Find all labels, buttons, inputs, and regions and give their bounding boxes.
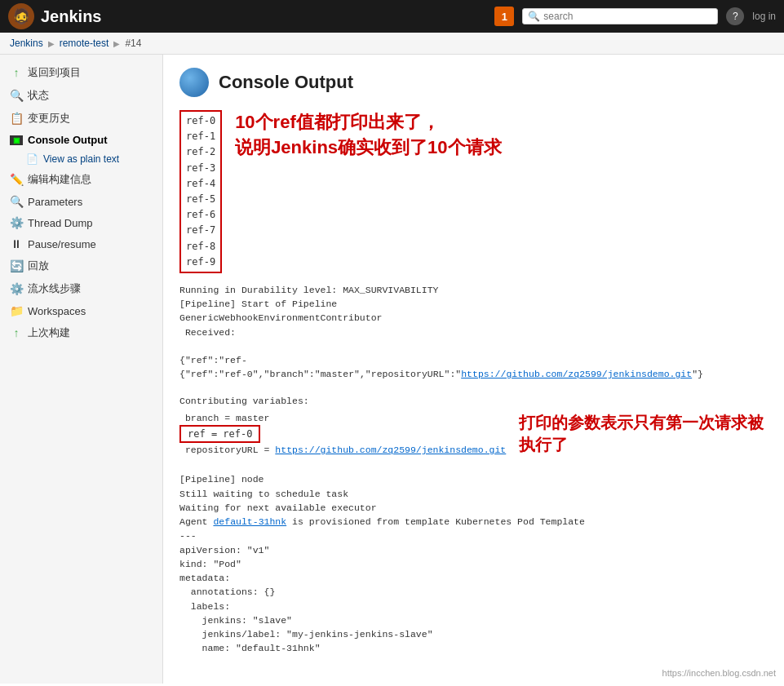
search-container: 🔍 (522, 8, 718, 24)
param-box-wrapper: branch = master ref = ref-0 repositoryUR… (179, 411, 506, 458)
sidebar-item-pause[interactable]: ⏸ Pause/resume (0, 233, 162, 254)
sidebar-item-pause-label: Pause/resume (28, 238, 96, 250)
up-arrow-icon: ↑ (10, 66, 23, 79)
page-header: Console Output (179, 68, 768, 97)
sidebar-item-back-label: 返回到项目 (28, 65, 81, 80)
ref-2: ref-2 (186, 144, 215, 160)
param-section: branch = master ref = ref-0 repositoryUR… (179, 411, 768, 458)
sidebar-item-parameters[interactable]: 🔍 Parameters (0, 191, 162, 212)
annotation-text-2: 打印的参数表示只有第一次请求被执行了 (519, 412, 768, 456)
sidebar-item-changes[interactable]: 📋 变更历史 (0, 107, 162, 130)
sidebar-item-back[interactable]: ↑ 返回到项目 (0, 61, 162, 84)
github-link-2[interactable]: https://github.com/zq2599/jenkinsdemo.gi… (275, 445, 506, 455)
sidebar-item-prev-build[interactable]: ↑ 上次构建 (0, 321, 162, 344)
sidebar-item-edit-build[interactable]: ✏️ 编辑构建信息 (0, 168, 162, 191)
breadcrumb-sep-1: ▶ (48, 39, 55, 48)
ref-9: ref-9 (186, 254, 215, 270)
sidebar-item-params-label: Parameters (28, 196, 82, 208)
sidebar-item-edit-label: 编辑构建信息 (28, 172, 91, 187)
console-icon: ▣ (10, 135, 23, 145)
sidebar: ↑ 返回到项目 🔍 状态 📋 变更历史 ▣ Console Output 📄 V… (0, 55, 163, 684)
ref-5: ref-5 (186, 192, 215, 207)
pencil-icon: ✏️ (10, 173, 23, 186)
ref-1: ref-1 (186, 129, 215, 144)
ref-box: ref-0 ref-1 ref-2 ref-3 ref-4 ref-5 ref-… (179, 110, 222, 273)
help-button[interactable]: ? (726, 7, 744, 25)
page-title: Console Output (219, 72, 353, 93)
pause-icon: ⏸ (10, 237, 23, 250)
brand-logo[interactable]: 🧔 Jenkins (8, 3, 101, 29)
agent-link[interactable]: default-31hnk (213, 516, 286, 527)
breadcrumb-remote-test[interactable]: remote-test (60, 38, 109, 49)
ref-7: ref-7 (186, 223, 215, 238)
sidebar-item-console[interactable]: ▣ Console Output (0, 130, 162, 150)
sidebar-item-replay-label: 回放 (28, 259, 49, 273)
main-layout: ↑ 返回到项目 🔍 状态 📋 变更历史 ▣ Console Output 📄 V… (0, 55, 784, 684)
branch-line: branch = master (179, 411, 506, 425)
console-line-1: Running in Durability level: MAX_SURVIVA… (179, 283, 768, 368)
annotation-line2: 说明Jenkins确实收到了10个请求 (235, 137, 501, 157)
prev-icon: ↑ (10, 326, 23, 339)
ref-param-box: ref = ref-0 (179, 425, 260, 443)
sidebar-item-status[interactable]: 🔍 状态 (0, 84, 162, 107)
breadcrumb-jenkins[interactable]: Jenkins (10, 38, 43, 49)
sidebar-item-thread-label: Thread Dump (28, 217, 92, 229)
annotation-text-1: 10个ref值都打印出来了， 说明Jenkins确实收到了10个请求 (235, 110, 501, 161)
github-link-1[interactable]: https://github.com/zq2599/jenkinsdemo.gi… (461, 369, 692, 379)
ref-3: ref-3 (186, 161, 215, 176)
search-icon-sidebar: 🔍 (10, 89, 23, 102)
search-icon: 🔍 (528, 11, 540, 22)
sidebar-item-status-label: 状态 (28, 88, 49, 103)
replay-icon: 🔄 (10, 259, 23, 272)
pipeline-node: [Pipeline] node Still waiting to schedul… (179, 472, 768, 655)
params-icon: 🔍 (10, 195, 23, 208)
brand-name: Jenkins (41, 7, 101, 26)
sidebar-item-prev-label: 上次构建 (28, 325, 70, 340)
repo-url-line: repositoryURL = https://github.com/zq259… (179, 443, 506, 457)
breadcrumb: Jenkins ▶ remote-test ▶ #14 (0, 33, 784, 55)
annotation-line1: 10个ref值都打印出来了， (235, 112, 440, 132)
sidebar-item-console-label: Console Output (28, 134, 108, 146)
sidebar-item-workspaces-label: Workspaces (28, 305, 86, 317)
sidebar-item-workspaces[interactable]: 📁 Workspaces (0, 300, 162, 321)
page-title-icon (179, 68, 209, 97)
ref-4: ref-4 (186, 176, 215, 192)
console-line-2: {"ref":"ref-0","branch":"master","reposi… (179, 367, 768, 381)
sidebar-item-replay[interactable]: 🔄 回放 (0, 254, 162, 277)
breadcrumb-build-number: #14 (125, 38, 141, 49)
flow-icon: ⚙️ (10, 282, 23, 295)
sidebar-item-thread-dump[interactable]: ⚙️ Thread Dump (0, 212, 162, 233)
sidebar-item-view-plain-label: View as plain text (43, 153, 119, 165)
navbar: 🧔 Jenkins 1 🔍 ? log in (0, 0, 784, 33)
ref-6: ref-6 (186, 207, 215, 223)
main-content: Console Output ref-0 ref-1 ref-2 ref-3 r… (163, 55, 784, 684)
breadcrumb-sep-2: ▶ (113, 39, 120, 48)
sidebar-item-view-plain[interactable]: 📄 View as plain text (0, 150, 162, 168)
ref-8: ref-8 (186, 239, 215, 254)
watermark: https://incchen.blog.csdn.net (662, 668, 776, 678)
contributing-vars-header: Contributing variables: (179, 394, 768, 408)
clipboard-icon: 📋 (10, 112, 23, 125)
sidebar-item-pipeline-label: 流水线步骤 (28, 281, 81, 296)
annotation-block-1: ref-0 ref-1 ref-2 ref-3 ref-4 ref-5 ref-… (179, 110, 768, 273)
doc-icon: 📄 (26, 153, 38, 165)
gear-icon: ⚙️ (10, 216, 23, 229)
sidebar-item-changes-label: 变更历史 (28, 111, 70, 126)
search-input[interactable] (543, 11, 712, 22)
ref-0: ref-0 (186, 113, 215, 129)
notification-badge[interactable]: 1 (494, 7, 514, 26)
jenkins-avatar: 🧔 (8, 3, 34, 29)
folder-icon: 📁 (10, 304, 23, 317)
login-button[interactable]: log in (752, 11, 776, 22)
console-area: Running in Durability level: MAX_SURVIVA… (179, 283, 768, 656)
sidebar-item-pipeline-steps[interactable]: ⚙️ 流水线步骤 (0, 277, 162, 300)
